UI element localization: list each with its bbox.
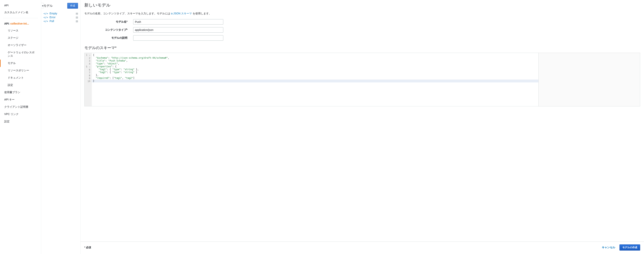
model-name-input[interactable]: [133, 19, 223, 24]
json-schema-link[interactable]: ⧉ JSON スキーマ: [171, 12, 192, 15]
model-name-label: モデル名*: [84, 20, 133, 24]
code-icon: </>: [44, 20, 48, 22]
code-icon: </>: [44, 16, 48, 19]
main-content: 新しいモデル モデルの名前、コンテンツタイプ、スキーマを入力します。モデルには …: [80, 0, 644, 254]
model-list: </> Empty ▤ </> Error ▤ </> Pull ▤: [44, 12, 78, 23]
editor-code[interactable]: { "$schema": "http://json-schema.org/dra…: [92, 53, 538, 106]
submit-create-model-button[interactable]: モデルの作成: [620, 244, 640, 250]
model-list-item[interactable]: </> Empty ▤: [44, 12, 78, 15]
nav-api[interactable]: API: [0, 2, 41, 9]
nav-resource-policy[interactable]: リソースポリシー: [0, 67, 41, 74]
nav-documentation[interactable]: ドキュメント: [0, 74, 41, 82]
sidebar-collapse-handle[interactable]: ◀: [41, 3, 44, 8]
cancel-button[interactable]: キャンセル: [599, 244, 618, 250]
book-icon[interactable]: ▤: [76, 16, 78, 19]
model-description-input[interactable]: [133, 35, 223, 41]
form-footer: * 必須 キャンセル モデルの作成: [80, 242, 644, 254]
content-type-label: コンテンツタイプ*: [84, 28, 133, 32]
description-post: を使用します。: [192, 12, 212, 15]
model-list-item[interactable]: </> Pull ▤: [44, 19, 78, 23]
model-link-empty[interactable]: Empty: [50, 12, 57, 15]
required-note: * 必須: [84, 246, 91, 249]
content-type-input[interactable]: [133, 27, 223, 32]
model-description-label: モデルの説明: [84, 36, 133, 40]
create-model-button[interactable]: 作成: [67, 3, 78, 9]
nav-custom-domain[interactable]: カスタムドメイン名: [0, 9, 41, 16]
nav-api-settings[interactable]: 設定: [0, 82, 41, 89]
external-link-icon: ⧉: [171, 12, 173, 15]
models-sidebar: モデル 作成 </> Empty ▤ </> Error ▤ </> Pull …: [41, 0, 80, 254]
nav-api-keys[interactable]: API キー: [0, 96, 41, 103]
nav-resources[interactable]: リソース: [0, 27, 41, 34]
model-link-error[interactable]: Error: [50, 16, 56, 19]
schema-editor-preview-pane: [538, 53, 640, 106]
nav-stages[interactable]: ステージ: [0, 34, 41, 42]
nav-gateway-responses[interactable]: ゲートウェイのレスポンス: [0, 49, 41, 60]
api-heading-name[interactable]: collective-int...: [10, 22, 29, 25]
schema-section-title: モデルのスキーマ*: [84, 45, 640, 50]
page-title: 新しいモデル: [84, 2, 640, 8]
api-heading: API: collective-int...: [0, 20, 41, 27]
primary-sidebar: API カスタムドメイン名 API: collective-int... リソー…: [0, 0, 41, 254]
models-sidebar-title: モデル: [44, 4, 53, 8]
code-icon: </>: [44, 12, 48, 15]
json-schema-link-text: JSON スキーマ: [173, 12, 192, 15]
book-icon[interactable]: ▤: [76, 12, 78, 15]
api-heading-label: API:: [4, 22, 10, 25]
nav-usage-plans[interactable]: 使用量プラン: [0, 89, 41, 96]
model-link-pull[interactable]: Pull: [50, 20, 54, 22]
schema-editor-code-pane[interactable]: 1 ▾2345 ▾678910 { "$schema": "http://jso…: [84, 53, 538, 106]
nav-vpc-links[interactable]: VPC リンク: [0, 110, 41, 118]
nav-authorizers[interactable]: オーソライザー: [0, 42, 41, 49]
book-icon[interactable]: ▤: [76, 20, 78, 22]
nav-settings[interactable]: 設定: [0, 118, 41, 125]
description-row: モデルの名前、コンテンツタイプ、スキーマを入力します。モデルには ⧉ JSON …: [84, 12, 640, 15]
description-pre: モデルの名前、コンテンツタイプ、スキーマを入力します。モデルには: [84, 12, 170, 15]
nav-client-cert[interactable]: クライアント証明書: [0, 103, 41, 110]
divider: [3, 18, 38, 18]
nav-models[interactable]: モデル: [0, 60, 41, 67]
schema-editor: 1 ▾2345 ▾678910 { "$schema": "http://jso…: [84, 53, 640, 106]
model-list-item[interactable]: </> Error ▤: [44, 15, 78, 19]
editor-gutter: 1 ▾2345 ▾678910: [84, 53, 92, 106]
